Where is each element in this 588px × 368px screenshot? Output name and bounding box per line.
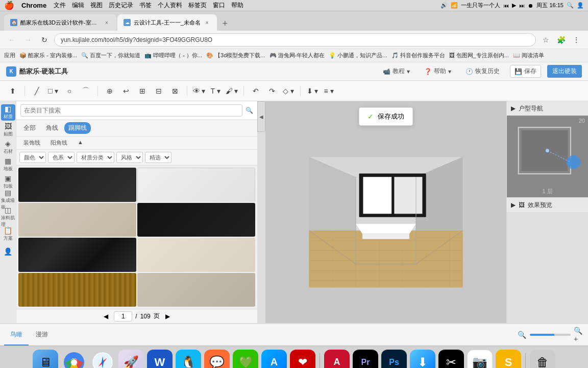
tool-download[interactable]: ⬇ ▾ [305,84,320,98]
tool-diamond[interactable]: ◇ ▾ [281,84,296,98]
collapse-button[interactable]: ◀ [257,101,265,132]
tool-distribute[interactable]: ⊟ [151,84,166,98]
extensions-button[interactable]: 🧩 [554,33,568,47]
tool-align[interactable]: ⊞ [135,84,150,98]
tool-layers[interactable]: ≡ ▾ [321,84,336,98]
tool-upload[interactable]: ⬆ [5,84,20,98]
subcat-deco[interactable]: 装饰线 [19,138,44,148]
page-prev[interactable]: ◀ [101,311,111,321]
menu-button[interactable]: ⋮ [570,33,583,47]
material-item-2[interactable] [137,168,255,202]
filter-quality[interactable]: 精选 [145,152,172,163]
tab-birdview[interactable]: 鸟瞰 [4,324,29,346]
sidebar-icon-stone[interactable]: ◈ 石材 [1,139,15,155]
address-bar[interactable]: yun.kujiale.com/tool/h5/diy?designid=3FO… [54,33,536,47]
back-button[interactable]: ← [5,33,18,47]
material-item-1[interactable] [18,168,136,202]
new-tab-button[interactable]: + [218,16,232,31]
dock-appstore[interactable]: A [261,350,287,369]
tool-move[interactable]: ⊕ [102,84,117,98]
canvas-area[interactable]: ✓ 保存成功 [265,101,506,323]
forward-button[interactable]: → [21,33,35,47]
material-item-7[interactable] [18,273,136,307]
dock-autocad[interactable]: A [324,350,350,369]
dock-word[interactable]: W [147,350,173,369]
dock-launchpad[interactable]: 🚀 [118,350,144,369]
effect-preview-header[interactable]: ▶ 🖼 效果预览 [507,198,588,212]
tool-rect[interactable]: □ ▾ [45,84,61,98]
help-button[interactable]: ❓ 帮助 ▾ [420,65,455,77]
tool-eye[interactable]: 👁 ▾ [191,84,207,98]
dock-trash[interactable]: 🗑 [530,350,555,369]
sidebar-icon-panel[interactable]: ▣ 扣板 [1,174,15,190]
dock-wechat[interactable]: 💚 [233,350,258,369]
cat-corner[interactable]: 角线 [42,122,62,134]
refresh-button[interactable]: ↻ [38,33,51,47]
material-item-3[interactable] [18,203,136,237]
menu-view[interactable]: 视图 [90,1,103,10]
dock-qq[interactable]: 🐧 [176,350,201,369]
bookmark-douyin[interactable]: 🎵 抖音创作服务平台 [391,52,445,59]
sidebar-icon-floor[interactable]: ▦ 地板 [1,156,15,173]
bookmark-kujiale[interactable]: 📦 酷家乐 - 室内装修... [19,52,77,59]
search-icon[interactable]: 🔍 [246,107,253,114]
menu-window[interactable]: 窗口 [213,1,225,10]
filter-style[interactable]: 风格 [116,152,143,163]
tool-prev[interactable]: ↶ [248,84,263,98]
bookmark-bilibili[interactable]: 📺 哔哩哔哩（ - ）你... [144,52,202,59]
dock-163[interactable]: ❤ [290,350,315,369]
dock-ps[interactable]: Ps [381,350,407,369]
menu-bookmarks[interactable]: 书签 [139,1,152,10]
subcat-yang[interactable]: 阳角线 [46,138,71,148]
dock-message[interactable]: 💬 [204,350,230,369]
menu-file[interactable]: 文件 [54,1,66,10]
dock-download[interactable]: ⬇ [410,350,435,369]
menu-tabs[interactable]: 标签页 [188,1,207,10]
sidebar-icon-texture[interactable]: ◫ 涂料肌理 [1,209,15,225]
sidebar-icon-wall[interactable]: ▤ 集成墙板 [1,191,15,208]
menu-history[interactable]: 历史记录 [109,1,133,10]
sidebar-icon-drawing[interactable]: 🖼 贴图 [1,122,15,138]
tab-1[interactable]: 🏠 酷家乐在线3D云设计软件-室内... × [4,14,116,31]
page-input[interactable] [114,311,132,321]
page-next[interactable]: ▶ [163,311,173,321]
tab-2[interactable]: ☁ 云设计工具-王一一_未命名 × [117,14,217,31]
dock-chrome[interactable] [61,350,87,369]
tutorial-button[interactable]: 📹 教程 ▾ [379,65,414,77]
zoom-slider[interactable] [530,334,571,336]
material-item-6[interactable] [137,238,255,272]
sidebar-icon-material[interactable]: ◧ 材质 [1,104,15,121]
tool-next[interactable]: ↷ [264,84,280,98]
exit-button[interactable]: 退出硬装 [547,65,582,78]
tab-roam[interactable]: 漫游 [30,324,54,346]
menu-edit[interactable]: 编辑 [72,1,84,10]
tool-transform[interactable]: ⊠ [167,84,183,98]
dock-pr[interactable]: Pr [353,350,378,369]
filter-material[interactable]: 材质分类 [77,152,114,163]
menu-profile[interactable]: 个人资料 [158,1,182,10]
bookmark-baidu[interactable]: 🔍 百度一下，你就知道 [81,52,140,59]
zoom-in-button[interactable]: 🔍+ [574,330,584,340]
bookmark-button[interactable]: ☆ [539,33,552,47]
apple-menu[interactable]: 🍎 [4,1,14,10]
dock-photos[interactable]: 📷 [467,350,493,369]
tool-circle[interactable]: ○ [62,84,77,98]
save-button[interactable]: 💾 保存 [510,65,541,78]
bookmark-reading[interactable]: 📖 阅读清单 [513,52,544,59]
zoom-out-button[interactable]: 🔍 [517,330,527,340]
bookmark-xiaopeng[interactable]: 💡 小鹏通，知识产品... [329,52,387,59]
tab-2-close[interactable]: × [204,19,211,26]
tool-arc[interactable]: ⌒ [78,84,93,98]
tab-1-close[interactable]: × [103,19,110,26]
material-item-8[interactable] [137,273,255,307]
bookmark-apps[interactable]: 应用 [4,52,15,59]
material-item-5[interactable] [18,238,136,272]
dock-finder[interactable]: 🖥 [33,350,58,369]
floor-nav-canvas[interactable]: 20 1 层 [507,116,588,197]
material-item-4[interactable] [137,203,255,237]
search-input[interactable] [20,104,242,117]
dock-safari[interactable] [90,350,115,369]
cat-skirting[interactable]: 踢脚线 [64,122,91,134]
bookmark-3d[interactable]: 🎨 【3d模型免费下载... [206,52,265,59]
history-button[interactable]: 🕐 恢复历史 [461,65,504,77]
